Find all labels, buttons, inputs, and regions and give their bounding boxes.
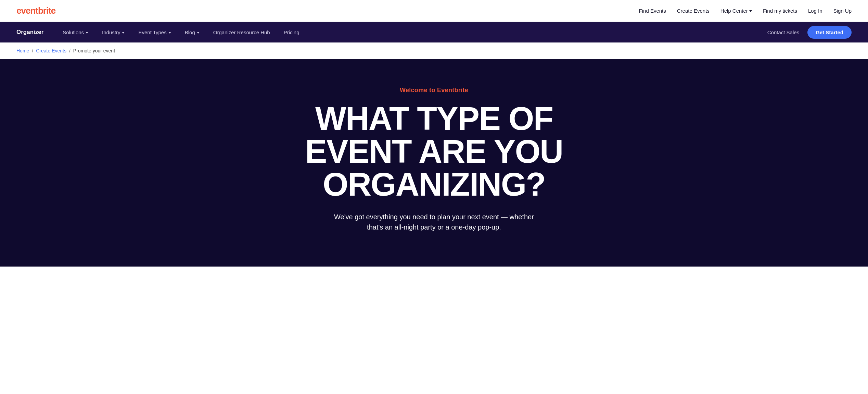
solutions-chevron-icon: [86, 32, 88, 34]
organizer-label: Organizer: [16, 29, 43, 36]
top-navigation: eventbrite Find Events Create Events Hel…: [0, 0, 868, 22]
blog-link[interactable]: Blog: [179, 27, 205, 38]
organizer-nav-right: Contact Sales Get Started: [767, 26, 852, 39]
blog-chevron-icon: [197, 32, 200, 34]
get-started-button[interactable]: Get Started: [807, 26, 852, 39]
hero-subtext: We've got everything you need to plan yo…: [331, 212, 537, 232]
breadcrumb-separator-1: /: [32, 48, 33, 53]
help-center-link[interactable]: Help Center: [720, 8, 752, 14]
log-in-link[interactable]: Log In: [808, 8, 822, 14]
event-types-chevron-icon: [168, 32, 171, 34]
top-nav-links: Find Events Create Events Help Center Fi…: [639, 8, 852, 14]
hero-section: Welcome to Eventbrite WHAT TYPE OF EVENT…: [0, 59, 868, 267]
create-events-link[interactable]: Create Events: [677, 8, 710, 14]
solutions-link[interactable]: Solutions: [57, 27, 94, 38]
sign-up-link[interactable]: Sign Up: [833, 8, 852, 14]
organizer-nav-links: Solutions Industry Event Types Blog Orga…: [57, 27, 767, 38]
breadcrumb: Home / Create Events / Promote your even…: [0, 42, 868, 59]
contact-sales-link[interactable]: Contact Sales: [767, 29, 799, 35]
breadcrumb-current: Promote your event: [73, 48, 115, 53]
organizer-resource-hub-link[interactable]: Organizer Resource Hub: [208, 27, 276, 38]
help-center-chevron-icon: [749, 10, 752, 12]
find-events-link[interactable]: Find Events: [639, 8, 666, 14]
industry-link[interactable]: Industry: [97, 27, 130, 38]
breadcrumb-home[interactable]: Home: [16, 48, 29, 53]
find-my-tickets-link[interactable]: Find my tickets: [763, 8, 797, 14]
breadcrumb-create-events[interactable]: Create Events: [36, 48, 66, 53]
pricing-link[interactable]: Pricing: [278, 27, 305, 38]
industry-chevron-icon: [122, 32, 125, 34]
logo[interactable]: eventbrite: [16, 5, 55, 16]
hero-welcome: Welcome to Eventbrite: [400, 87, 468, 94]
organizer-navigation: Organizer Solutions Industry Event Types…: [0, 22, 868, 42]
hero-headline: WHAT TYPE OF EVENT ARE YOU ORGANIZING?: [280, 102, 588, 201]
event-types-link[interactable]: Event Types: [133, 27, 176, 38]
breadcrumb-separator-2: /: [69, 48, 71, 53]
